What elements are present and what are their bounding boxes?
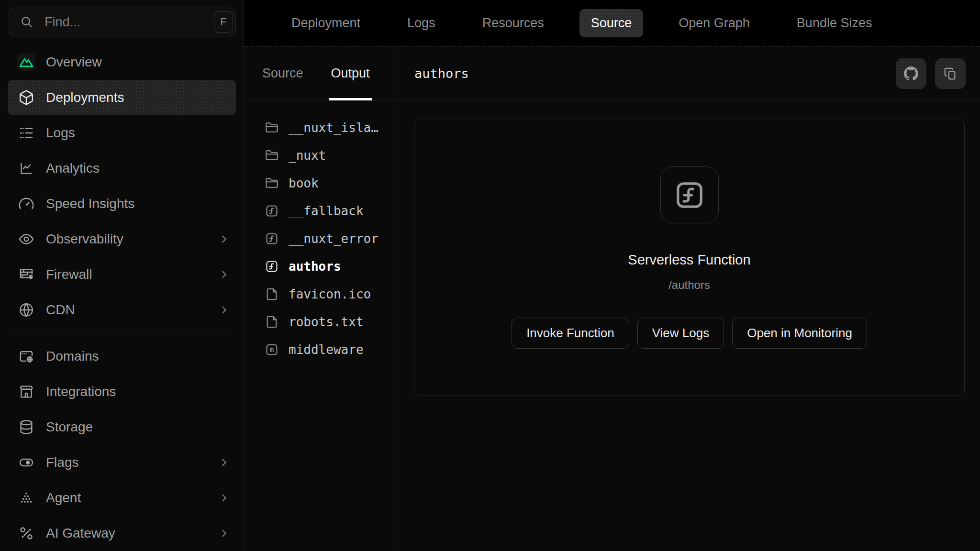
file-row-nuxt-error[interactable]: __nuxt_error [244, 225, 398, 253]
firewall-icon [17, 265, 35, 284]
gauge-icon [17, 195, 35, 213]
sidebar-item-storage[interactable]: Storage [8, 409, 236, 445]
search-icon [20, 15, 34, 29]
chevron-right-icon [219, 528, 229, 539]
copy-icon [943, 66, 958, 81]
chevron-right-icon [219, 269, 229, 280]
sidebar-item-domains[interactable]: Domains [8, 339, 236, 374]
tab-label: Source [591, 16, 632, 30]
subtab-output[interactable]: Output [331, 47, 370, 100]
detail-body: Serverless Function /authors Invoke Func… [398, 100, 980, 551]
file-name: favicon.ico [289, 287, 371, 301]
header-actions [896, 58, 966, 89]
file-row-favicon-ico[interactable]: favicon.ico [244, 280, 398, 308]
function-icon-box [660, 166, 719, 223]
dots-triangle-icon [17, 489, 35, 507]
file-name: _nuxt [289, 148, 326, 163]
subtab-label: Source [262, 66, 303, 81]
sidebar-item-label: Deployments [46, 90, 229, 105]
function-actions: Invoke Function View Logs Open in Monito… [512, 318, 867, 349]
tab-label: Resources [482, 16, 544, 30]
sidebar-item-cdn[interactable]: CDN [8, 292, 236, 328]
file-name: middleware [289, 342, 364, 357]
file-row-authors[interactable]: authors [244, 253, 398, 280]
detail-panel: authors [398, 47, 980, 551]
chevron-right-icon [219, 305, 229, 315]
file-name: authors [289, 259, 341, 274]
sidebar-item-agent[interactable]: Agent [8, 480, 236, 516]
action-button-github[interactable] [896, 58, 926, 89]
search-shortcut-badge: F [214, 11, 233, 33]
tab-label: Open Graph [679, 16, 750, 30]
file-row-robots-txt[interactable]: robots.txt [244, 308, 398, 336]
file-icon [265, 315, 278, 329]
file-row-nuxt-isla[interactable]: __nuxt_isla… [244, 114, 398, 142]
file-panel: Source Output __nuxt_isla… _nuxt [244, 47, 398, 551]
sidebar: F Overview Deployments Logs Analy [0, 0, 244, 551]
selected-file-title: authors [414, 66, 896, 81]
analytics-icon [17, 159, 35, 177]
cube-icon [17, 88, 35, 107]
chevron-right-icon [219, 493, 229, 503]
sidebar-item-firewall[interactable]: Firewall [8, 257, 236, 292]
search-box[interactable]: F [9, 8, 236, 36]
detail-header: authors [398, 47, 980, 100]
sidebar-item-label: Flags [46, 455, 219, 470]
button-view-logs[interactable]: View Logs [637, 318, 724, 349]
subtab-label: Output [331, 66, 370, 81]
tab-deployment[interactable]: Deployment [280, 9, 372, 37]
eye-icon [17, 230, 35, 248]
file-row-fallback[interactable]: __fallback [244, 197, 398, 225]
tab-open-graph[interactable]: Open Graph [667, 9, 761, 37]
sidebar-item-label: Domains [46, 349, 229, 364]
sidebar-item-deployments[interactable]: Deployments [8, 80, 236, 115]
file-icon [265, 287, 278, 301]
tab-label: Bundle Sizes [797, 16, 872, 30]
sidebar-item-overview[interactable]: Overview [8, 44, 236, 80]
chevron-right-icon [219, 457, 229, 468]
github-icon [904, 66, 918, 81]
sidebar-divider [9, 333, 235, 333]
sidebar-item-label: Overview [46, 55, 229, 70]
tab-label: Logs [407, 16, 435, 30]
chevron-right-icon [219, 234, 229, 244]
function-path: /authors [668, 278, 710, 292]
database-icon [17, 418, 35, 436]
sidebar-item-label: Observability [46, 231, 219, 247]
tab-logs[interactable]: Logs [396, 9, 447, 37]
subtab-source[interactable]: Source [262, 47, 303, 100]
file-row-nuxt[interactable]: _nuxt [244, 142, 398, 169]
browser-globe-icon [17, 347, 35, 365]
m-square-icon: m [265, 343, 278, 356]
sidebar-item-analytics[interactable]: Analytics [8, 151, 236, 186]
sidebar-item-label: AI Gateway [46, 526, 219, 541]
tab-source[interactable]: Source [579, 9, 644, 37]
sidebar-item-observability[interactable]: Observability [8, 221, 236, 257]
tab-resources[interactable]: Resources [471, 9, 556, 37]
tab-bundle-sizes[interactable]: Bundle Sizes [785, 9, 884, 37]
file-name: __nuxt_error [289, 231, 379, 246]
sidebar-item-label: Speed Insights [46, 196, 229, 211]
logs-icon [17, 124, 35, 142]
file-row-book[interactable]: book [244, 169, 398, 197]
action-button-copy[interactable] [935, 58, 966, 89]
folder-icon [265, 149, 278, 162]
globe-icon [17, 301, 35, 319]
sidebar-item-label: Logs [46, 125, 229, 141]
function-icon [674, 179, 705, 211]
sidebar-item-flags[interactable]: Flags [8, 445, 236, 480]
sidebar-item-label: Agent [46, 490, 219, 506]
button-label: View Logs [652, 326, 710, 340]
button-open-in-monitoring[interactable]: Open in Monitoring [732, 318, 867, 349]
sidebar-item-ai-gateway[interactable]: AI Gateway [8, 516, 236, 551]
sidebar-item-speed-insights[interactable]: Speed Insights [8, 186, 236, 221]
svg-text:m: m [270, 346, 274, 353]
file-row-middleware[interactable]: m middleware [244, 336, 398, 364]
button-invoke-function[interactable]: Invoke Function [512, 318, 629, 349]
sidebar-item-integrations[interactable]: Integrations [8, 374, 236, 409]
function-square-icon [265, 204, 278, 218]
sidebar-item-logs[interactable]: Logs [8, 115, 236, 151]
deployment-tab-bar: Deployment Logs Resources Source Open Gr… [244, 0, 980, 47]
app-window: F Overview Deployments Logs Analy [0, 0, 980, 551]
search-input[interactable] [45, 15, 214, 30]
